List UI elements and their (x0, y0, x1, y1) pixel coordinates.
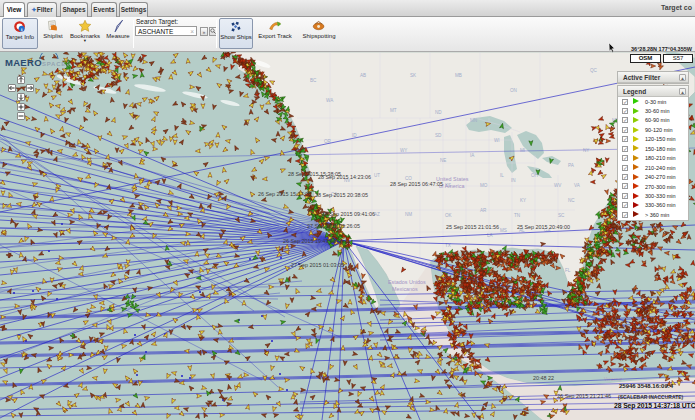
svg-text:NM: NM (405, 212, 412, 217)
svg-text:MO: MO (480, 183, 488, 188)
svg-text:26 Sep 2015 15:17:06: 26 Sep 2015 15:17:06 (258, 191, 311, 197)
svg-text:AB: AB (360, 73, 366, 78)
svg-text:28 Sep 2015 20:38:05: 28 Sep 2015 20:38:05 (315, 192, 368, 198)
svg-text:WV: WV (554, 183, 562, 188)
svg-text:AR: AR (480, 208, 487, 213)
svg-text:NC: NC (568, 198, 575, 203)
svg-text:27 Sep 2015 01:03:05: 27 Sep 2015 01:03:05 (291, 262, 344, 268)
svg-text:28 Sep 2015 15:38:05: 28 Sep 2015 15:38:05 (288, 171, 341, 177)
svg-text:TN: TN (514, 213, 520, 218)
svg-text:WY: WY (400, 148, 407, 153)
svg-text:28 Sep 2015 06:47:05: 28 Sep 2015 06:47:05 (390, 181, 443, 187)
svg-text:MI: MI (520, 148, 525, 153)
svg-text:OH: OH (531, 173, 538, 178)
svg-text:BC: BC (310, 78, 317, 83)
svg-text:QC: QC (590, 68, 598, 73)
svg-text:WA: WA (326, 98, 334, 103)
svg-text:NY: NY (583, 148, 589, 153)
svg-text:IN: IN (511, 178, 516, 183)
svg-text:Mexicanos: Mexicanos (392, 286, 418, 292)
svg-text:28 Sep 2015 09:41:06: 28 Sep 2015 09:41:06 (322, 211, 375, 217)
svg-text:MB: MB (455, 73, 462, 78)
svg-text:SK: SK (410, 73, 417, 78)
svg-text:WI: WI (494, 138, 500, 143)
svg-text:KY: KY (520, 198, 526, 203)
svg-text:25 Sep 2015 20:49:00: 25 Sep 2015 20:49:00 (517, 224, 570, 230)
svg-text:IL: IL (500, 173, 504, 178)
svg-text:25 Sep 2015 21:01:56: 25 Sep 2015 21:01:56 (446, 224, 499, 230)
svg-text:SD: SD (435, 133, 442, 138)
svg-text:UT: UT (374, 173, 380, 178)
svg-text:MN: MN (470, 118, 477, 123)
svg-text:MS: MS (500, 228, 507, 233)
svg-text:27 Sep 2015 05:26:05: 27 Sep 2015 05:26:05 (307, 223, 360, 229)
svg-text:PA: PA (568, 163, 575, 168)
svg-text:OK: OK (445, 213, 453, 218)
svg-text:SC: SC (558, 213, 565, 218)
svg-text:Estados Unidos: Estados Unidos (388, 279, 426, 285)
svg-text:LA: LA (487, 233, 494, 238)
svg-text:ND: ND (435, 110, 442, 115)
svg-text:VA: VA (574, 183, 581, 188)
svg-text:20:48 22: 20:48 22 (533, 375, 554, 381)
svg-text:NE: NE (440, 158, 446, 163)
svg-text:FL: FL (565, 268, 571, 273)
svg-text:ON: ON (510, 88, 517, 93)
svg-text:26 Sep 2015 19:43:00: 26 Sep 2015 19:43:00 (283, 238, 336, 244)
svg-text:MT: MT (390, 108, 397, 113)
